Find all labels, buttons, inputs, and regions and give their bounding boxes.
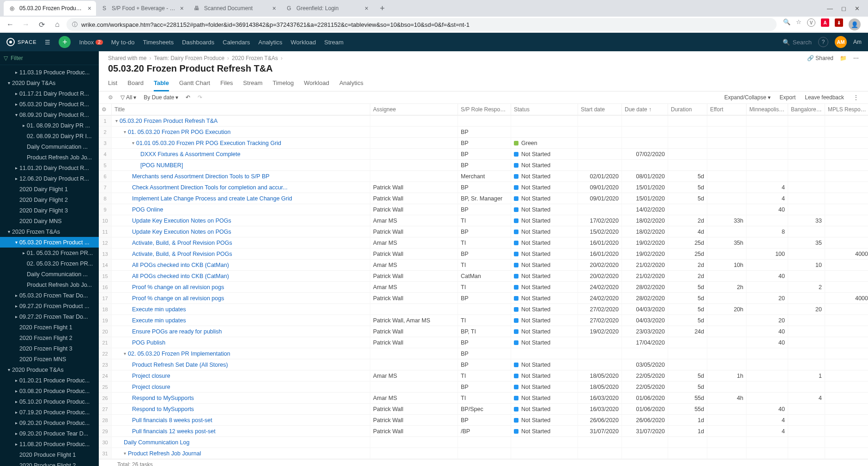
assignee-cell[interactable]: Patrick Wall — [370, 404, 458, 415]
start-date-cell[interactable]: 15/02/2020 — [578, 226, 622, 237]
assignee-cell[interactable]: Patrick Wall — [370, 226, 458, 237]
effort-cell[interactable]: 33h — [707, 215, 747, 226]
assignee-cell[interactable] — [370, 359, 458, 370]
column-header[interactable]: MPLS Response/... — [825, 104, 868, 115]
effort-cell[interactable] — [707, 271, 747, 282]
start-date-cell[interactable]: 20/02/2020 — [578, 271, 622, 282]
bangalore-cell[interactable]: 20 — [788, 304, 825, 315]
mpls-response-cell[interactable] — [825, 448, 868, 459]
bangalore-cell[interactable]: 2 — [788, 282, 825, 293]
start-date-cell[interactable]: 24/02/2020 — [578, 282, 622, 293]
mpls-response-cell[interactable] — [825, 115, 868, 127]
effort-cell[interactable]: 35h — [707, 237, 747, 248]
expand-icon[interactable]: ▸ — [13, 410, 19, 415]
assignee-cell[interactable]: Patrick Wall — [370, 293, 458, 304]
due-date-cell[interactable]: 28/02/2020 — [622, 293, 668, 304]
task-title[interactable]: Update Key Execution Notes on POGs — [112, 226, 370, 237]
start-date-cell[interactable] — [578, 437, 622, 448]
effort-cell[interactable]: 1h — [707, 370, 747, 381]
bangalore-cell[interactable] — [788, 326, 825, 337]
duration-cell[interactable] — [668, 437, 707, 448]
assignee-cell[interactable] — [370, 127, 458, 138]
effort-cell[interactable] — [707, 426, 747, 437]
task-title[interactable]: ▾Product Refresh Job Journal — [112, 448, 370, 459]
more-icon[interactable]: ⋯ — [853, 55, 859, 61]
effort-cell[interactable] — [707, 326, 747, 337]
duration-cell[interactable]: 1d — [668, 426, 707, 437]
status-cell[interactable] — [511, 437, 578, 448]
duration-cell[interactable]: 25d — [668, 248, 707, 260]
sidebar-item[interactable]: 2020 Dairy Flight 1 — [0, 184, 99, 194]
task-title[interactable]: Ensure POGs are ready for publish — [112, 326, 370, 337]
due-date-cell[interactable] — [622, 115, 668, 127]
task-title[interactable]: Activate, Build, & Proof Revision POGs — [112, 237, 370, 248]
sidebar-item[interactable]: 2020 Frozen Flight 3 — [0, 343, 99, 354]
status-cell[interactable]: Not Started — [511, 415, 578, 426]
mpls-response-cell[interactable] — [825, 171, 868, 182]
task-title[interactable]: ▾02. 05.03.20 Frozen PR Implementation — [112, 348, 370, 359]
task-title[interactable]: Execute min updates — [112, 304, 370, 315]
role-cell[interactable]: TI — [458, 237, 511, 248]
home-button[interactable]: ⌂ — [51, 18, 64, 31]
task-title[interactable]: Pull financials 12 weeks post-set — [112, 426, 370, 437]
role-cell[interactable]: TI — [458, 260, 511, 271]
status-cell[interactable]: Not Started — [511, 193, 578, 204]
bangalore-cell[interactable] — [788, 293, 825, 304]
task-title[interactable]: Update Key Execution Notes on POGs — [112, 215, 370, 226]
minneapolis-cell[interactable] — [747, 437, 788, 448]
view-tab-analytics[interactable]: Analytics — [339, 77, 363, 91]
minneapolis-cell[interactable] — [747, 304, 788, 315]
sidebar-item[interactable]: ▸09.27.20 Frozen Tear Do... — [0, 311, 99, 322]
due-date-cell[interactable]: 15/01/2020 — [622, 182, 668, 193]
role-cell[interactable]: BP — [458, 127, 511, 138]
assignee-cell[interactable]: Patrick Wall, Amar MS — [370, 315, 458, 326]
task-title[interactable]: Project closure — [112, 381, 370, 393]
sidebar-item[interactable]: Product Refresh Job Jo... — [0, 279, 99, 290]
mpls-response-cell[interactable] — [825, 215, 868, 226]
status-cell[interactable]: Not Started — [511, 149, 578, 160]
close-icon[interactable]: ✕ — [855, 5, 860, 12]
due-date-cell[interactable]: 21/02/2020 — [622, 271, 668, 282]
start-date-cell[interactable] — [578, 160, 622, 171]
sidebar-item[interactable]: ▸07.19.20 Produce Produc... — [0, 407, 99, 418]
view-tab-gantt-chart[interactable]: Gantt Chart — [179, 77, 210, 91]
duration-cell[interactable]: 55d — [668, 404, 707, 415]
reload-button[interactable]: ⟳ — [35, 18, 48, 31]
minneapolis-cell[interactable] — [747, 348, 788, 359]
expand-icon[interactable]: ▸ — [13, 293, 19, 298]
mpls-response-cell[interactable] — [825, 359, 868, 370]
status-cell[interactable]: Not Started — [511, 182, 578, 193]
effort-cell[interactable] — [707, 293, 747, 304]
minneapolis-cell[interactable] — [747, 237, 788, 248]
star-icon[interactable]: ☆ — [796, 18, 802, 30]
expand-icon[interactable]: ▾ — [6, 80, 12, 85]
status-cell[interactable]: Not Started — [511, 215, 578, 226]
due-date-cell[interactable]: 01/06/2020 — [622, 393, 668, 404]
task-title[interactable]: Respond to MySupports — [112, 404, 370, 415]
effort-cell[interactable] — [707, 337, 747, 348]
due-date-cell[interactable]: 18/02/2020 — [622, 215, 668, 226]
nav-calendars[interactable]: Calendars — [223, 39, 250, 46]
sidebar-item[interactable]: ▸01. 05.03.20 Frozen PR... — [0, 248, 99, 258]
column-header[interactable]: S/P Role Responsible — [458, 104, 511, 115]
minneapolis-cell[interactable]: 100 — [747, 248, 788, 260]
task-title[interactable]: Implement Late Change Process and create… — [112, 193, 370, 204]
expand-icon[interactable]: ▸ — [13, 102, 19, 107]
duration-cell[interactable]: 5d — [668, 282, 707, 293]
role-cell[interactable]: BP — [458, 204, 511, 215]
role-cell[interactable]: /BP — [458, 426, 511, 437]
bangalore-cell[interactable] — [788, 171, 825, 182]
status-cell[interactable]: Green — [511, 138, 578, 149]
sidebar-item[interactable]: ▾05.03.20 Frozen Product ... — [0, 237, 99, 248]
status-cell[interactable]: Not Started — [511, 315, 578, 326]
role-cell[interactable]: BP — [458, 348, 511, 359]
expand-icon[interactable]: ▸ — [13, 388, 19, 393]
bangalore-cell[interactable] — [788, 448, 825, 459]
expand-icon[interactable]: ▾ — [13, 112, 19, 117]
bangalore-cell[interactable] — [788, 138, 825, 149]
task-title[interactable]: Execute min updates — [112, 315, 370, 326]
expand-icon[interactable]: ▾ — [6, 367, 12, 372]
mpls-response-cell[interactable] — [825, 437, 868, 448]
export-button[interactable]: Export — [780, 94, 796, 101]
expand-icon[interactable]: ▸ — [13, 442, 19, 447]
